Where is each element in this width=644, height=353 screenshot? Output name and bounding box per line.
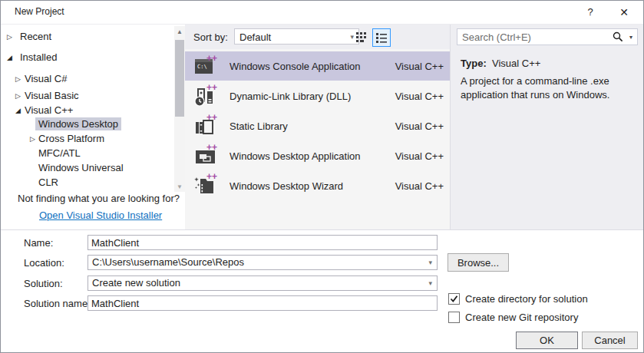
project-settings-form: Name: Location: C:\Users\username\Source… [1, 229, 643, 352]
desktop-wizard-icon: ++ [193, 173, 218, 198]
help-button[interactable]: ? [577, 1, 603, 23]
tree-item-windows-universal[interactable]: Windows Universal [38, 161, 124, 175]
template-panel: Sort by: Default ▾ [185, 25, 450, 229]
template-type-line: Type: Visual C++ [461, 58, 540, 69]
create-directory-label: Create directory for solution [465, 293, 588, 305]
desktop-app-icon: ++ [193, 144, 218, 168]
svg-text:++: ++ [206, 144, 217, 153]
svg-text:C:\: C:\ [197, 64, 207, 70]
svg-text:++: ++ [206, 114, 217, 123]
scroll-down-icon[interactable]: ▼ [174, 181, 185, 192]
list-view-button[interactable] [372, 28, 391, 47]
scrollbar-thumb[interactable] [175, 40, 184, 117]
solution-combo[interactable]: Create new solution ▾ [88, 275, 438, 291]
tree-item-recent[interactable]: Recent [7, 30, 51, 44]
solution-name-label: Solution name: [24, 298, 91, 309]
new-project-dialog: New Project ? ✕ Recent Installed Visual … [0, 0, 644, 353]
template-list: C:\ ++ Windows Console Application Visua… [185, 49, 450, 229]
dialog-title: New Project [15, 6, 64, 17]
chevron-right-icon[interactable] [7, 30, 20, 45]
create-directory-checkbox-row[interactable]: Create directory for solution [448, 292, 588, 305]
create-git-repo-label: Create new Git repository [465, 312, 578, 323]
solution-name-input[interactable] [88, 295, 438, 311]
svg-text:++: ++ [206, 84, 217, 93]
close-button[interactable]: ✕ [611, 1, 637, 23]
sort-by-dropdown[interactable]: Default ▾ [234, 28, 359, 45]
solution-label: Solution: [24, 278, 63, 289]
description-panel: ▾ Type: Visual C++ A project for a comma… [450, 25, 644, 229]
sort-toolbar: Sort by: Default ▾ [185, 25, 450, 49]
checkbox-unchecked-icon[interactable] [448, 312, 460, 323]
tree-item-visual-basic[interactable]: Visual Basic [15, 89, 79, 103]
category-tree-panel: Recent Installed Visual C# Visual Basic … [1, 25, 185, 229]
chevron-right-icon[interactable] [15, 72, 25, 87]
checkbox-checked-icon[interactable] [448, 293, 460, 305]
tree-item-cross-platform[interactable]: Cross Platform [30, 132, 104, 146]
template-row-desktop-wizard[interactable]: ++ Windows Desktop Wizard Visual C++ [185, 171, 450, 200]
chevron-down-icon: ▾ [350, 29, 354, 45]
dll-icon: ++ [193, 84, 218, 108]
chevron-down-icon: ▾ [428, 256, 432, 269]
location-label: Location: [24, 257, 64, 269]
template-row-console-app[interactable]: C:\ ++ Windows Console Application Visua… [185, 51, 450, 81]
name-label: Name: [24, 237, 53, 249]
tree-item-visual-cpp[interactable]: Visual C++ [15, 104, 73, 117]
type-label: Type: [461, 58, 487, 69]
tree-item-visual-csharp[interactable]: Visual C# [15, 72, 67, 86]
chevron-right-icon[interactable] [15, 89, 25, 104]
console-app-icon: C:\ ++ [193, 54, 218, 78]
tree-item-mfc-atl[interactable]: MFC/ATL [38, 147, 81, 160]
template-description: A project for a command-line .exe applic… [461, 74, 636, 102]
search-box[interactable]: ▾ [457, 28, 638, 45]
search-input[interactable] [457, 29, 616, 45]
chevron-right-icon[interactable] [30, 132, 38, 147]
list-view-icon [375, 31, 388, 44]
create-git-repo-checkbox-row[interactable]: Create new Git repository [448, 310, 578, 324]
not-finding-text: Not finding what you are looking for? [18, 193, 180, 204]
small-icons-view-button[interactable] [355, 31, 368, 43]
browse-button[interactable]: Browse... [447, 253, 509, 272]
project-name-input[interactable] [88, 235, 438, 250]
title-bar: New Project ? ✕ [1, 1, 643, 25]
template-row-desktop-application[interactable]: ++ Windows Desktop Application Visual C+… [185, 141, 450, 170]
search-options-chevron-icon[interactable]: ▾ [629, 34, 632, 41]
type-value: Visual C++ [492, 58, 540, 69]
small-icons-icon [355, 31, 368, 43]
tree-scrollbar[interactable]: ▲ ▼ [174, 26, 185, 192]
static-library-icon: ++ [193, 114, 218, 138]
svg-text:++: ++ [206, 173, 217, 182]
template-row-dll[interactable]: ++ Dynamic-Link Library (DLL) Visual C++ [185, 81, 450, 111]
location-combo[interactable]: C:\Users\username\Source\Repos ▾ [88, 255, 438, 270]
scroll-up-icon[interactable]: ▲ [174, 26, 185, 37]
svg-text:++: ++ [206, 54, 217, 64]
search-icon[interactable] [613, 31, 623, 42]
sort-by-label: Sort by: [193, 31, 228, 43]
ok-button[interactable]: OK [516, 332, 578, 349]
template-row-static-library[interactable]: ++ Static Library Visual C++ [185, 111, 450, 140]
chevron-expanded-icon[interactable] [7, 51, 20, 65]
chevron-expanded-icon[interactable] [15, 104, 25, 118]
chevron-down-icon: ▾ [428, 276, 432, 290]
tree-item-installed[interactable]: Installed [7, 51, 57, 64]
tree-item-windows-desktop[interactable]: Windows Desktop [38, 117, 121, 131]
tree-item-clr[interactable]: CLR [38, 176, 58, 190]
cancel-button[interactable]: Cancel [582, 332, 638, 349]
open-installer-link[interactable]: Open Visual Studio Installer [39, 209, 162, 221]
